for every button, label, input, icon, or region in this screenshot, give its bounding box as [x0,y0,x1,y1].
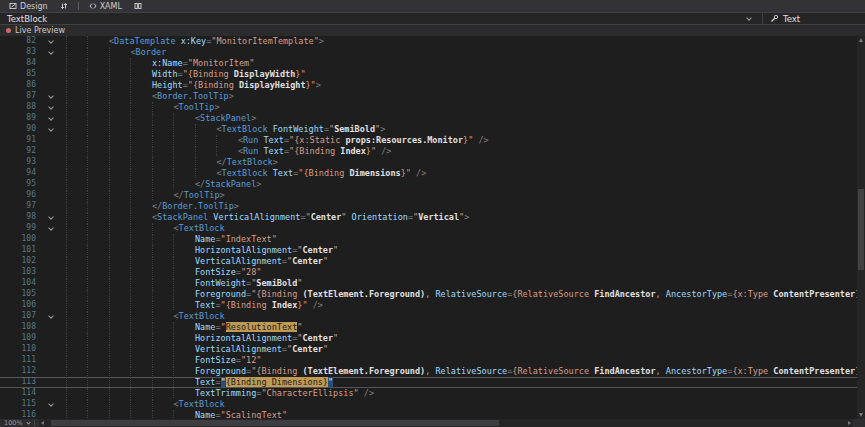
code-line[interactable]: 87 <Border.ToolTip> [0,91,857,102]
line-number[interactable]: 107 [8,311,42,322]
fold-chevron-icon[interactable] [42,223,60,234]
code-line[interactable]: 92 <Run Text="{Binding Index}" /> [0,146,857,157]
zoom-chevron-icon[interactable] [26,420,30,424]
code-line[interactable]: 108 Name="ResolutionText" [0,322,857,333]
line-number[interactable]: 111 [8,355,42,366]
code-line[interactable]: 116 Name="ScalingText" [0,410,857,419]
fold-chevron-icon[interactable] [42,102,60,113]
code-line[interactable]: 114 TextTrimming="CharacterEllipsis" /> [0,388,857,399]
code-token: Index [340,146,366,156]
line-number[interactable]: 91 [8,135,42,146]
line-number[interactable]: 87 [8,91,42,102]
line-number[interactable]: 89 [8,113,42,124]
line-number[interactable]: 115 [8,399,42,410]
code-line[interactable]: 109 HorizontalAlignment="Center" [0,333,857,344]
property-combobox[interactable]: Text [763,13,865,24]
code-line[interactable]: 95 </StackPanel> [0,179,857,190]
line-number[interactable]: 90 [8,124,42,135]
fold-chevron-icon[interactable] [42,311,60,322]
xaml-tab[interactable]: XAML [84,0,127,12]
code-line[interactable]: 104 FontWeight="SemiBold" [0,278,857,289]
line-number[interactable]: 103 [8,267,42,278]
code-line[interactable]: 82 <DataTemplate x:Key="MonitorItemTempl… [0,36,857,47]
line-number[interactable]: 93 [8,157,42,168]
line-number[interactable]: 108 [8,322,42,333]
line-number[interactable]: 104 [8,278,42,289]
line-number[interactable]: 85 [8,69,42,80]
code-line[interactable]: 99 <TextBlock [0,223,857,234]
code-line[interactable]: 113 Text="{Binding Dimensions}" [0,377,857,388]
line-number[interactable]: 116 [8,410,42,419]
scroll-right-icon[interactable] [848,421,851,425]
design-tab[interactable]: Design [4,0,53,12]
code-line[interactable]: 100 Name="IndexText" [0,234,857,245]
line-number[interactable]: 105 [8,289,42,300]
vertical-scrollbar[interactable] [857,36,865,419]
horizontal-scrollbar-thumb[interactable] [51,420,499,426]
line-number[interactable]: 98 [8,212,42,223]
code-line[interactable]: 96 </ToolTip> [0,190,857,201]
line-number[interactable]: 100 [8,234,42,245]
line-number[interactable]: 94 [8,168,42,179]
line-number[interactable]: 97 [8,201,42,212]
code-line[interactable]: 83 <Border [0,47,857,58]
line-number[interactable]: 84 [8,58,42,69]
vertical-scrollbar-thumb[interactable] [858,189,864,269]
fold-chevron-icon[interactable] [42,212,60,223]
fold-chevron-icon[interactable] [42,91,60,102]
line-number[interactable]: 82 [8,36,42,47]
code-line[interactable]: 103 FontSize="28" [0,267,857,278]
code-line[interactable]: 110 VerticalAlignment="Center" [0,344,857,355]
line-number[interactable]: 92 [8,146,42,157]
code-line[interactable]: 94 <TextBlock Text="{Binding Dimensions}… [0,168,857,179]
line-number[interactable]: 95 [8,179,42,190]
code-line[interactable]: 101 HorizontalAlignment="Center" [0,245,857,256]
line-number[interactable]: 106 [8,300,42,311]
zoom-level-label[interactable]: 100% [4,419,23,427]
code-line[interactable]: 90 <TextBlock FontWeight="SemiBold"> [0,124,857,135]
code-editor[interactable]: 82 <DataTemplate x:Key="MonitorItemTempl… [0,36,865,419]
fold-chevron-icon[interactable] [42,124,60,135]
line-number[interactable]: 86 [8,80,42,91]
code-line[interactable]: 88 <ToolTip> [0,102,857,113]
code-line[interactable]: 91 <Run Text="{x:Static props:Resources.… [0,135,857,146]
scroll-left-icon[interactable] [41,421,44,425]
swap-panes-button[interactable] [55,0,73,12]
line-number[interactable]: 109 [8,333,42,344]
line-number[interactable]: 96 [8,190,42,201]
line-number[interactable]: 88 [8,102,42,113]
code-line[interactable]: 106 Text="{Binding Index}" /> [0,300,857,311]
code-line[interactable]: 105 Foreground="{Binding (TextElement.Fo… [0,289,857,300]
line-number[interactable]: 114 [8,388,42,399]
code-line[interactable]: 111 FontSize="12" [0,355,857,366]
line-number[interactable]: 102 [8,256,42,267]
fold-chevron-icon[interactable] [42,113,60,124]
fold-chevron-icon[interactable] [42,47,60,58]
line-number[interactable]: 112 [8,366,42,377]
code-line[interactable]: 86 Height="{Binding DisplayHeight}"> [0,80,857,91]
code-line[interactable]: 84 x:Name="MonitorItem" [0,58,857,69]
line-number[interactable]: 99 [8,223,42,234]
code-line[interactable]: 89 <StackPanel> [0,113,857,124]
horizontal-scrollbar[interactable] [39,419,853,427]
code-line[interactable]: 115 <TextBlock [0,399,857,410]
code-line[interactable]: 93 </TextBlock> [0,157,857,168]
line-number[interactable]: 83 [8,47,42,58]
code-line[interactable]: 85 Width="{Binding DisplayWidth}" [0,69,857,80]
scroll-up-icon[interactable] [859,38,863,42]
fold-chevron-icon[interactable] [42,36,60,47]
code-line[interactable]: 98 <StackPanel VerticalAlignment="Center… [0,212,857,223]
scroll-down-icon[interactable] [859,413,863,417]
code-line[interactable]: 102 VerticalAlignment="Center" [0,256,857,267]
split-view-button[interactable] [129,0,147,12]
code-line[interactable]: 97 </Border.ToolTip> [0,201,857,212]
element-combobox[interactable]: TextBlock [0,13,762,24]
code-area[interactable]: 82 <DataTemplate x:Key="MonitorItemTempl… [0,36,857,419]
code-line[interactable]: 107 <TextBlock [0,311,857,322]
fold-chevron-icon[interactable] [42,399,60,410]
live-preview-label[interactable]: Live Preview [15,26,65,35]
code-line[interactable]: 112 Foreground="{Binding (TextElement.Fo… [0,366,857,377]
line-number[interactable]: 110 [8,344,42,355]
line-number[interactable]: 101 [8,245,42,256]
line-number[interactable]: 113 [8,377,42,388]
